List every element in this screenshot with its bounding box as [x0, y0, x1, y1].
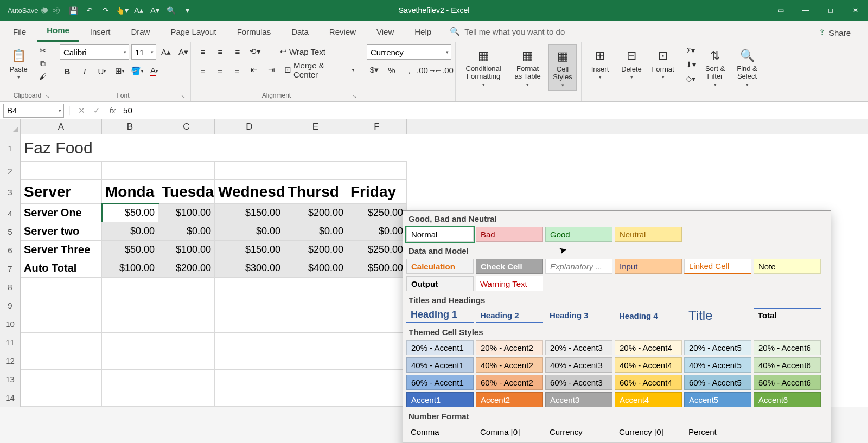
row-header-8[interactable]: 8	[0, 278, 21, 296]
cell-B4[interactable]: $50.00	[102, 204, 158, 222]
cell[interactable]	[158, 351, 215, 370]
style-calculation[interactable]: Calculation	[406, 259, 474, 274]
cell-F4[interactable]: $250.00	[347, 204, 407, 222]
autosave-switch[interactable]: Off	[41, 7, 60, 14]
cell-B3[interactable]: Monda	[102, 180, 158, 204]
cell[interactable]	[102, 296, 158, 314]
format-as-table-button[interactable]: ▦ Format as Table▾	[510, 44, 545, 89]
borders-icon[interactable]: ⊞▾	[112, 64, 127, 78]
fx-icon[interactable]: fx	[106, 106, 119, 115]
row-header-9[interactable]: 9	[0, 296, 21, 314]
row-header-14[interactable]: 14	[0, 388, 21, 407]
maximize-icon[interactable]: ◻	[818, 0, 843, 21]
cell[interactable]	[158, 388, 215, 407]
close-icon[interactable]: ✕	[843, 0, 868, 21]
style-60-accent4[interactable]: 60% - Accent4	[615, 375, 682, 390]
col-header-F[interactable]: F	[347, 119, 407, 134]
cell-F2[interactable]	[347, 162, 407, 180]
style-accent6[interactable]: Accent6	[754, 392, 821, 407]
align-bottom-icon[interactable]: ≡	[230, 44, 245, 59]
row-header-12[interactable]: 12	[0, 351, 21, 370]
cell-A2[interactable]	[21, 162, 102, 180]
row-header-1[interactable]: 1	[0, 134, 21, 162]
cell-E3[interactable]: Thursd	[284, 180, 347, 204]
redo-icon[interactable]: ↷	[99, 3, 113, 17]
font-size-combo[interactable]: 11▾	[131, 44, 156, 60]
cell[interactable]	[284, 370, 347, 388]
cell[interactable]	[347, 278, 407, 296]
cell[interactable]	[21, 388, 102, 407]
style-20-accent4[interactable]: 20% - Accent4	[615, 340, 682, 355]
copy-icon[interactable]: ⧉	[36, 57, 50, 69]
cell[interactable]	[158, 370, 215, 388]
cell-F7[interactable]: $500.00	[347, 259, 407, 278]
style-explanatory[interactable]: Explanatory ...	[545, 259, 612, 274]
cell-D3[interactable]: Wednesd	[215, 180, 284, 204]
dialog-launcher-icon[interactable]: ↘	[181, 93, 185, 99]
style-check-cell[interactable]: Check Cell	[476, 259, 543, 274]
col-header-A[interactable]: A	[21, 119, 102, 134]
insert-cells-button[interactable]: ⊞Insert▾	[586, 44, 614, 82]
percent-icon[interactable]: %	[384, 63, 399, 77]
name-box[interactable]: B4▾	[3, 104, 64, 118]
wrap-text-button[interactable]: ↩Wrap Text	[277, 44, 329, 59]
cell[interactable]	[347, 333, 407, 351]
cell-E6[interactable]: $200.00	[284, 241, 347, 259]
cell[interactable]	[158, 314, 215, 333]
tab-help[interactable]: Help	[405, 22, 441, 42]
fill-icon[interactable]: ⬇▾	[684, 59, 698, 70]
align-middle-icon[interactable]: ≡	[213, 44, 228, 59]
font-color-icon[interactable]: A▾	[146, 64, 162, 78]
cell-A7[interactable]: Auto Total	[21, 259, 102, 278]
dialog-launcher-icon[interactable]: ↘	[45, 93, 49, 99]
style-accent5[interactable]: Accent5	[684, 392, 751, 407]
increase-indent-icon[interactable]: ⇥	[264, 63, 279, 77]
decrease-decimal-icon[interactable]: ←.00	[436, 63, 451, 77]
row-header-13[interactable]: 13	[0, 370, 21, 388]
cancel-formula-icon[interactable]: ✕	[74, 106, 88, 115]
orientation-icon[interactable]: ⟲▾	[247, 44, 263, 59]
style-20-accent5[interactable]: 20% - Accent5	[684, 340, 751, 355]
find-select-button[interactable]: 🔍Find & Select▾	[732, 44, 762, 89]
align-left-icon[interactable]: ≡	[195, 63, 210, 77]
cell[interactable]	[284, 314, 347, 333]
fill-color-icon[interactable]: 🪣▾	[129, 64, 144, 78]
cell[interactable]	[215, 278, 284, 296]
style-40-accent5[interactable]: 40% - Accent5	[684, 357, 751, 373]
style-linked-cell[interactable]: Linked Cell	[684, 259, 751, 274]
cell[interactable]	[21, 278, 102, 296]
number-format-combo[interactable]: Currency▾	[367, 44, 451, 60]
cell-A1[interactable]: Faz Food	[21, 134, 407, 162]
align-top-icon[interactable]: ≡	[195, 44, 210, 59]
tab-page-layout[interactable]: Page Layout	[161, 22, 226, 42]
cell[interactable]	[158, 278, 215, 296]
save-icon[interactable]: 💾	[66, 3, 80, 17]
search-icon[interactable]: 🔍	[164, 3, 178, 17]
cell[interactable]	[102, 351, 158, 370]
style-currency-0-[interactable]: Currency [0]	[615, 424, 682, 439]
style-accent2[interactable]: Accent2	[476, 392, 543, 407]
cell[interactable]	[102, 388, 158, 407]
cell[interactable]	[21, 314, 102, 333]
cell[interactable]	[21, 296, 102, 314]
style-20-accent2[interactable]: 20% - Accent2	[476, 340, 543, 355]
cell[interactable]	[102, 370, 158, 388]
cell[interactable]	[215, 296, 284, 314]
conditional-formatting-button[interactable]: ▦ Conditional Formatting▾	[460, 44, 507, 89]
cell-C7[interactable]: $200.00	[158, 259, 215, 278]
cut-icon[interactable]: ✂	[36, 44, 50, 56]
shrink-font-icon[interactable]: A▾	[176, 45, 191, 59]
tab-view[interactable]: View	[367, 22, 404, 42]
style-heading-2[interactable]: Heading 2	[476, 308, 543, 323]
cell[interactable]	[284, 333, 347, 351]
cell-B6[interactable]: $50.00	[102, 241, 158, 259]
tab-data[interactable]: Data	[282, 22, 318, 42]
row-header-5[interactable]: 5	[0, 222, 21, 241]
qat-customize-icon[interactable]: ▾	[180, 3, 194, 17]
cell-C4[interactable]: $100.00	[158, 204, 215, 222]
formula-input[interactable]: 50	[119, 106, 137, 115]
tab-formulas[interactable]: Formulas	[227, 22, 281, 42]
delete-cells-button[interactable]: ⊟Delete▾	[617, 44, 646, 82]
style-neutral[interactable]: Neutral	[615, 227, 682, 242]
style-40-accent6[interactable]: 40% - Accent6	[754, 357, 821, 373]
